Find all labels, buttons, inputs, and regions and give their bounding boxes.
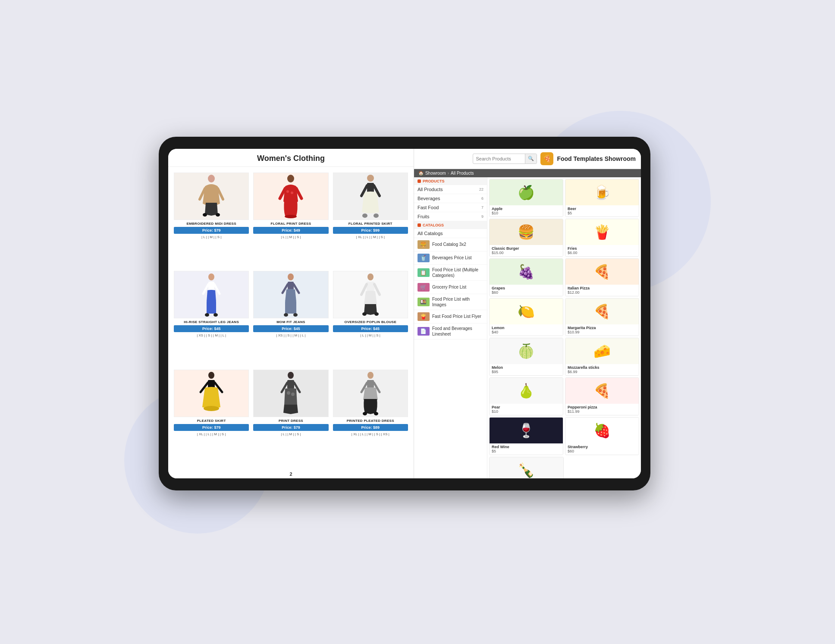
- product-name-3: FLORAL PRINTED SKIRT: [348, 222, 392, 226]
- product-cell: EMBROIDERED MIDI DRESS Price: $79 | L | …: [172, 170, 251, 269]
- product-card-apple[interactable]: 🍏 Apple $10: [489, 179, 563, 217]
- svg-point-3: [203, 213, 207, 217]
- svg-point-11: [367, 175, 374, 182]
- product-cell: OVERSIZED POPLIN BLOUSE Price: $45 | L |…: [331, 269, 410, 368]
- product-name-2: FLORAL PRINT DRESS: [271, 222, 311, 226]
- svg-point-16: [374, 214, 379, 218]
- store-panel: 🔍 🍕 Food Templates Showroom 🏠 Showroom ›…: [414, 149, 641, 478]
- product-card-red-wine[interactable]: 🍷 Red Wine $5: [489, 417, 563, 455]
- product-cell: MOM FIT JEANS Price: $45 | XS | | S | | …: [251, 269, 330, 368]
- product-card-grapes[interactable]: 🍇 Grapes $60: [489, 258, 563, 296]
- sidebar-all-catalogs[interactable]: All Catalogs: [414, 229, 487, 238]
- svg-point-42: [288, 372, 294, 379]
- product-card-name-mozzarella: Mozzarella sticks: [568, 365, 637, 370]
- svg-rect-38: [208, 380, 215, 388]
- product-card-mozzarella[interactable]: 🧀 Mozzarella sticks $6.99: [565, 338, 639, 376]
- price-bar-7: Price: $79: [174, 424, 249, 431]
- svg-point-35: [362, 312, 367, 316]
- search-button[interactable]: 🔍: [525, 154, 537, 163]
- sidebar-catalog-beverages[interactable]: 🥤 Beverages Price List: [414, 251, 487, 265]
- product-name-1: EMBROIDERED MIDI DRESS: [186, 222, 236, 226]
- sidebar-catalog-fastfood[interactable]: 🍟 Fast Food Price List Flyer: [414, 310, 487, 324]
- tablet-screen: Women's Clothing: [168, 149, 641, 478]
- product-card-melon[interactable]: 🍈 Melon $95: [489, 338, 563, 376]
- sidebar-catalog-imgfood[interactable]: 🍱 Food Price List with Images: [414, 294, 487, 310]
- products-row: 🍋 Lemon $40 🍕 Margarita Pizza: [489, 298, 639, 336]
- catalogs-section-label: CATALOGS: [414, 221, 487, 229]
- svg-point-52: [363, 412, 367, 415]
- products-row: 🍷 Red Wine $5 🍓 Strawberry $6: [489, 417, 639, 455]
- product-image-red-wine: 🍷: [490, 418, 563, 443]
- products-row: 🍾 White Wine $5: [489, 457, 639, 478]
- price-bar-1: Price: $79: [174, 227, 249, 234]
- sidebar-catalog-multi[interactable]: 📋 Food Price List (Multiple Categories): [414, 265, 487, 281]
- product-cell: PRINTED PLEATED DRESS Price: $89 | XL | …: [331, 368, 410, 466]
- products-row: 🍐 Pear $10 🍕 Pepperoni pizza: [489, 377, 639, 415]
- breadcrumb-item-2[interactable]: All Products: [451, 171, 474, 176]
- product-card-pepperoni[interactable]: 🍕 Pepperoni pizza $11.99: [565, 377, 639, 415]
- svg-rect-25: [288, 282, 294, 289]
- product-card-strawberry[interactable]: 🍓 Strawberry $60: [565, 417, 639, 455]
- svg-rect-43: [287, 380, 294, 389]
- product-card-price-grapes: $60: [492, 290, 561, 295]
- svg-rect-12: [367, 183, 374, 192]
- product-cell: PLEATED SKIRT Price: $79 | XL | | L | | …: [172, 368, 251, 466]
- price-bar-9: Price: $89: [333, 424, 408, 431]
- product-image-1: [174, 173, 249, 220]
- size-row-8: | L | | M | | S |: [281, 432, 301, 436]
- size-row-2: | L | | M | | S |: [281, 235, 301, 239]
- sidebar: PRODUCTS All Products 22 Beverages 6 Fas…: [414, 177, 487, 478]
- search-input[interactable]: [473, 156, 525, 161]
- sidebar-catalog-linesheet[interactable]: 📄 Food and Beverages Linesheet: [414, 324, 487, 339]
- product-card-price-strawberry: $60: [568, 449, 637, 453]
- price-bar-4: Price: $45: [174, 325, 249, 332]
- breadcrumb-bar: 🏠 Showroom › All Products: [414, 169, 641, 177]
- product-image-apple: 🍏: [490, 179, 563, 205]
- product-image-margarita-pizza: 🍕: [565, 298, 639, 324]
- product-card-price-pepperoni: $11.99: [568, 409, 637, 414]
- catalog-title: Women's Clothing: [168, 149, 414, 167]
- size-row-6: | L | | M | | S |: [361, 333, 380, 337]
- size-row-5: | XS | | S | | M | | L |: [276, 333, 305, 337]
- product-card-burger[interactable]: 🍔 Classic Burger $15.00: [489, 219, 563, 257]
- product-card-name-apple: Apple: [492, 207, 561, 211]
- product-image-pepperoni: 🍕: [565, 378, 639, 404]
- catalogs-label: CATALOGS: [423, 223, 444, 227]
- right-content: PRODUCTS All Products 22 Beverages 6 Fas…: [414, 177, 641, 478]
- product-card-price-fries: $6.00: [568, 251, 637, 255]
- search-bar[interactable]: 🔍: [473, 154, 537, 164]
- svg-rect-21: [207, 302, 216, 314]
- product-card-fries[interactable]: 🍟 Fries $6.00: [565, 219, 639, 257]
- catalog-thumb-food3x2: 🍔: [418, 240, 430, 249]
- sidebar-beverages[interactable]: Beverages 6: [414, 194, 487, 203]
- sidebar-fruits[interactable]: Fruits 9: [414, 212, 487, 221]
- product-card-pear[interactable]: 🍐 Pear $10: [489, 377, 563, 415]
- catalog-thumb-imgfood: 🍱: [418, 298, 430, 306]
- product-card-price-melon: $95: [492, 370, 561, 374]
- product-card-name-lemon: Lemon: [492, 326, 561, 330]
- product-card-white-wine[interactable]: 🍾 White Wine $5: [489, 457, 564, 478]
- svg-point-4: [216, 213, 220, 217]
- size-row-9: | XL | | L | | M | | S | | XS |: [352, 432, 389, 436]
- product-card-name-margarita-pizza: Margarita Pizza: [568, 326, 637, 330]
- sidebar-fast-food[interactable]: Fast Food 7: [414, 203, 487, 212]
- product-image-melon: 🍈: [490, 338, 563, 364]
- breadcrumb-item-1[interactable]: Showroom: [425, 171, 446, 176]
- sidebar-catalog-food3x2[interactable]: 🍔 Food Catalog 3x2: [414, 238, 487, 251]
- sidebar-catalog-grocery[interactable]: 🛒 Grocery Price List: [414, 281, 487, 294]
- product-card-price-beer: $5: [568, 211, 637, 215]
- product-card-lemon[interactable]: 🍋 Lemon $40: [489, 298, 563, 336]
- product-card-beer[interactable]: 🍺 Beer $5: [565, 179, 639, 217]
- price-bar-2: Price: $49: [253, 227, 328, 234]
- svg-rect-18: [208, 282, 214, 290]
- store-icon: 🍕: [540, 152, 553, 165]
- sidebar-all-products[interactable]: All Products 22: [414, 185, 487, 194]
- product-card-margarita-pizza[interactable]: 🍕 Margarita Pizza $10.99: [565, 298, 639, 336]
- product-card-name-red-wine: Red Wine: [492, 445, 561, 449]
- svg-point-48: [367, 372, 374, 379]
- svg-rect-49: [367, 380, 374, 388]
- product-cell: HI-RISE STRAIGHT LEG JEANS Price: $45 | …: [172, 269, 251, 368]
- empty-cell: [565, 457, 639, 478]
- product-card-italian-pizza[interactable]: 🍕 Italian Pizza $12.00: [565, 258, 639, 296]
- svg-point-5: [287, 175, 294, 182]
